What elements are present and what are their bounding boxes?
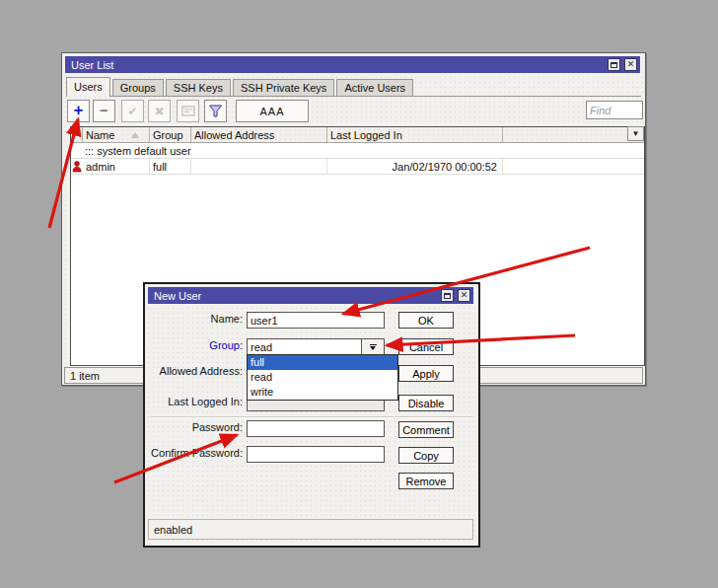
header-allowed-address[interactable]: Allowed Address xyxy=(191,127,327,142)
dialog-close-button[interactable]: ✕ xyxy=(458,289,470,302)
cancel-button[interactable]: Cancel xyxy=(398,338,454,355)
name-label: Name: xyxy=(211,313,243,325)
remove-button[interactable]: Remove xyxy=(398,473,454,489)
maximize-icon xyxy=(610,62,617,68)
maximize-icon xyxy=(444,293,451,299)
combo-dropdown-icon xyxy=(370,344,377,345)
user-icon xyxy=(72,161,82,173)
aaa-button-label: AAA xyxy=(259,106,284,117)
table-row-admin[interactable]: admin full Jan/02/1970 00:00:52 xyxy=(71,159,644,175)
header-name[interactable]: Name xyxy=(83,127,150,142)
disable-button[interactable]: Disable xyxy=(398,395,454,411)
close-icon: ✕ xyxy=(627,60,635,69)
close-icon: ✕ xyxy=(461,291,468,300)
tab-strip: Users Groups SSH Keys SSH Private Keys A… xyxy=(66,75,641,97)
new-user-titlebar[interactable]: New User ✕ xyxy=(148,287,473,304)
dialog-title: New User xyxy=(154,290,201,302)
tab-ssh-private-keys[interactable]: SSH Private Keys xyxy=(233,79,334,96)
tab-users[interactable]: Users xyxy=(66,77,110,97)
filter-button[interactable] xyxy=(204,100,227,122)
tab-ssh-keys[interactable]: SSH Keys xyxy=(166,79,231,96)
tab-active-users[interactable]: Active Users xyxy=(336,79,413,96)
user-list-titlebar[interactable]: User List ✕ xyxy=(65,56,640,73)
disable-button[interactable]: ✖ xyxy=(148,100,171,122)
group-combo-field[interactable]: read xyxy=(247,338,362,355)
item-count: 1 item xyxy=(70,370,100,382)
enabled-status: enabled xyxy=(154,524,192,536)
dropdown-option-write[interactable]: write xyxy=(248,385,397,400)
cell-last-logged-in: Jan/02/1970 00:00:52 xyxy=(327,159,503,174)
table-header: Name Group Allowed Address Last Logged I… xyxy=(71,127,644,143)
cell-allowed-address xyxy=(191,159,327,174)
group-combo-dropdown-button[interactable] xyxy=(361,338,385,355)
find-input[interactable] xyxy=(586,101,643,119)
confirm-password-field[interactable] xyxy=(247,446,385,463)
header-group[interactable]: Group xyxy=(150,127,191,142)
cell-group: full xyxy=(150,159,191,174)
check-icon: ✔ xyxy=(127,106,137,117)
apply-button[interactable]: Apply xyxy=(398,365,454,382)
enable-button[interactable]: ✔ xyxy=(121,100,144,122)
aaa-button[interactable]: AAA xyxy=(236,100,309,122)
group-dropdown-list: full read write xyxy=(247,354,398,401)
tab-groups[interactable]: Groups xyxy=(112,79,164,96)
last-logged-in-label: Last Logged In: xyxy=(168,396,243,407)
dropdown-option-full[interactable]: full xyxy=(248,355,397,370)
column-selector-button[interactable]: ▼ xyxy=(627,126,644,141)
dropdown-option-read[interactable]: read xyxy=(248,370,397,385)
cell-name: admin xyxy=(83,159,150,174)
name-field[interactable] xyxy=(247,312,385,329)
comment-text: ::: system default user xyxy=(85,145,191,157)
group-label: Group: xyxy=(209,339,243,351)
comment-button[interactable] xyxy=(177,100,199,122)
comment-button[interactable]: Comment xyxy=(398,421,454,438)
dialog-maximize-button[interactable] xyxy=(441,289,454,302)
separator xyxy=(151,416,472,418)
add-button[interactable]: + xyxy=(67,100,90,122)
remove-button[interactable]: − xyxy=(93,100,115,122)
confirm-password-label: Confirm Password: xyxy=(151,447,243,459)
chevron-down-icon: ▼ xyxy=(632,129,640,138)
close-button[interactable]: ✕ xyxy=(624,58,637,71)
copy-button[interactable]: Copy xyxy=(398,447,454,464)
maximize-button[interactable] xyxy=(608,58,620,71)
allowed-address-label: Allowed Address: xyxy=(160,365,243,377)
new-user-dialog: New User ✕ Name: Group: Allowed Address:… xyxy=(143,282,480,548)
password-field[interactable] xyxy=(247,420,385,437)
ok-button[interactable]: OK xyxy=(398,312,454,329)
header-empty xyxy=(503,127,644,142)
add-icon: + xyxy=(74,102,84,118)
sort-ascending-icon xyxy=(131,132,139,138)
cross-icon: ✖ xyxy=(154,106,164,117)
password-label: Password: xyxy=(192,421,243,433)
dialog-status-bar: enabled xyxy=(148,519,473,540)
remove-icon: − xyxy=(100,103,108,117)
comment-row[interactable]: ::: system default user xyxy=(71,143,644,159)
header-last-logged-in[interactable]: Last Logged In xyxy=(327,127,503,142)
header-name-label: Name xyxy=(86,129,114,141)
header-icon-column[interactable] xyxy=(71,127,83,142)
funnel-icon xyxy=(208,105,223,117)
window-title: User List xyxy=(71,59,113,71)
note-card-icon xyxy=(181,106,195,116)
